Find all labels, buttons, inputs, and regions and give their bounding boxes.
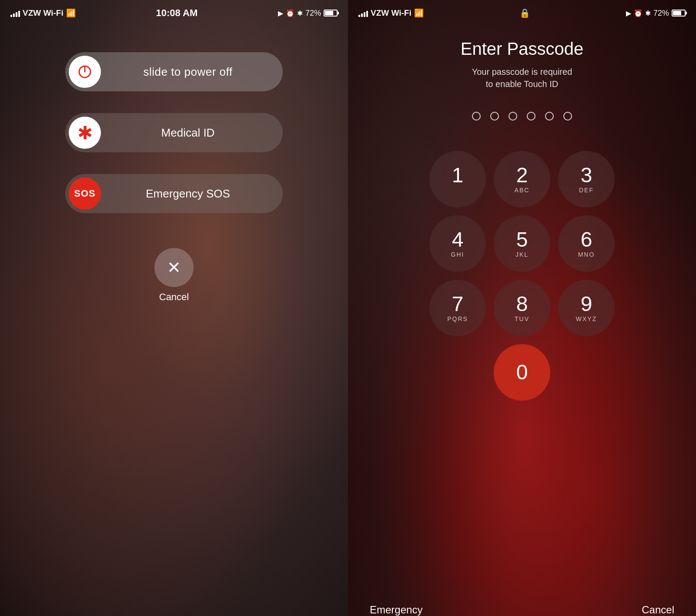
right-signal-bar-3 [364, 12, 365, 17]
right-signal-bar-2 [361, 13, 363, 17]
emergency-sos-button[interactable]: SOS Emergency SOS [65, 174, 283, 213]
signal-bar-2 [13, 13, 15, 17]
left-panel: VZW Wi-Fi 📶 10:08 AM ▶ ⏰ ✱ 72% [0, 0, 348, 616]
right-status-right: ▶ ⏰ ✱ 72% [626, 9, 686, 18]
passcode-dot-1 [472, 112, 481, 121]
signal-bar-3 [16, 12, 17, 17]
right-location-icon: ▶ [626, 9, 631, 17]
numpad-digit-8: 8 [516, 294, 528, 315]
right-signal-bars-icon [358, 9, 368, 17]
right-battery-fill [673, 11, 681, 15]
numpad-digit-1: 1 [452, 165, 464, 186]
numpad-digit-3: 3 [581, 165, 592, 186]
bluetooth-icon: ✱ [297, 9, 303, 17]
numpad-key-5[interactable]: 5 JKL [494, 215, 550, 272]
numpad-letters-6: MNO [578, 251, 595, 258]
battery-shape [324, 10, 338, 17]
numpad-key-3[interactable]: 3 DEF [558, 151, 615, 208]
location-icon: ▶ [278, 9, 283, 17]
signal-bar-4 [18, 11, 20, 17]
numpad-letters-9: WXYZ [576, 315, 597, 322]
right-battery-shape [672, 10, 686, 17]
sos-icon-circle: SOS [69, 177, 101, 210]
signal-bar-1 [10, 15, 12, 17]
power-icon [77, 64, 93, 80]
numpad-digit-9: 9 [581, 294, 592, 315]
right-alarm-icon: ⏰ [634, 9, 642, 17]
cancel-button[interactable]: ✕ [154, 248, 194, 287]
numpad-letters-2: ABC [515, 187, 530, 194]
numpad-letters-7: PQRS [447, 315, 468, 322]
numpad-letters-4: GHI [451, 251, 465, 258]
emergency-sos-label: Emergency SOS [101, 187, 279, 201]
numpad-key-1[interactable]: 1 [429, 151, 486, 208]
numpad-key-8[interactable]: 8 TUV [494, 280, 550, 336]
numpad-key-4[interactable]: 4 GHI [429, 215, 486, 272]
right-status-left: VZW Wi-Fi 📶 [358, 8, 424, 18]
battery-pct-left: 72% [305, 9, 321, 18]
numpad-key-0[interactable]: 0 [494, 344, 550, 401]
passcode-dot-6 [563, 112, 572, 121]
numpad-key-7[interactable]: 7 PQRS [429, 280, 486, 336]
right-bluetooth-icon: ✱ [645, 9, 651, 17]
left-cancel-label: Cancel [159, 291, 189, 303]
numpad: 1 2 ABC 3 DEF 4 GHI 5 JKL 6 MNO [429, 151, 615, 401]
passcode-dot-3 [509, 112, 517, 121]
left-time: 10:08 AM [156, 7, 197, 19]
numpad-digit-7: 7 [452, 294, 464, 315]
battery-pct-right: 72% [653, 9, 669, 18]
numpad-key-9[interactable]: 9 WXYZ [558, 280, 615, 336]
numpad-letters-1 [456, 187, 459, 194]
left-status-right: ▶ ⏰ ✱ 72% [278, 9, 338, 18]
numpad-digit-2: 2 [516, 165, 528, 186]
left-carrier-label: VZW Wi-Fi [23, 8, 64, 18]
numpad-digit-5: 5 [516, 229, 528, 250]
numpad-empty-left [429, 344, 486, 401]
passcode-subtitle: Your passcode is required to enable Touc… [472, 66, 572, 90]
lock-icon: 🔒 [519, 8, 530, 18]
medical-id-icon-circle: ✱ [69, 117, 101, 149]
right-wifi-icon: 📶 [414, 8, 424, 18]
numpad-digit-0: 0 [516, 362, 528, 383]
slide-to-power-off-label: slide to power off [101, 65, 279, 79]
right-panel: VZW Wi-Fi 📶 🔒 ▶ ⏰ ✱ 72% Enter Passcode Y… [348, 0, 696, 616]
right-signal-bar-1 [358, 15, 360, 17]
medical-id-button[interactable]: ✱ Medical ID [65, 113, 283, 152]
passcode-dot-5 [545, 112, 554, 121]
battery-icon-left [324, 10, 338, 17]
numpad-key-6[interactable]: 6 MNO [558, 215, 615, 272]
wifi-icon: 📶 [66, 8, 76, 18]
right-content: Enter Passcode Your passcode is required… [348, 26, 696, 586]
passcode-subtitle-line1: Your passcode is required [472, 67, 572, 77]
alarm-icon: ⏰ [286, 9, 294, 17]
right-carrier-label: VZW Wi-Fi [371, 8, 412, 18]
passcode-title: Enter Passcode [461, 39, 583, 59]
asterisk-icon: ✱ [77, 122, 93, 144]
numpad-letters-8: TUV [515, 315, 529, 322]
right-footer: Emergency Cancel [348, 586, 696, 616]
sos-badge-text: SOS [74, 188, 95, 199]
medical-id-label: Medical ID [101, 126, 279, 140]
close-icon: ✕ [167, 258, 181, 277]
cancel-container: ✕ Cancel [154, 248, 194, 303]
numpad-letters-3: DEF [579, 187, 594, 194]
battery-icon-right [672, 10, 686, 17]
right-cancel-button[interactable]: Cancel [642, 604, 674, 616]
signal-bars-icon [10, 9, 20, 17]
slide-to-power-off-button[interactable]: slide to power off [65, 52, 283, 91]
passcode-subtitle-line2: to enable Touch ID [486, 79, 558, 89]
right-status-bar: VZW Wi-Fi 📶 🔒 ▶ ⏰ ✱ 72% [348, 0, 696, 26]
right-lock-icon: 🔒 [519, 7, 530, 19]
right-signal-bar-4 [366, 11, 368, 17]
numpad-digit-6: 6 [581, 229, 592, 250]
numpad-key-2[interactable]: 2 ABC [494, 151, 550, 208]
numpad-digit-4: 4 [452, 229, 464, 250]
left-status-left: VZW Wi-Fi 📶 [10, 8, 76, 18]
left-status-bar: VZW Wi-Fi 📶 10:08 AM ▶ ⏰ ✱ 72% [0, 0, 348, 26]
left-content: slide to power off ✱ Medical ID SOS Emer… [0, 26, 348, 616]
right-emergency-button[interactable]: Emergency [370, 604, 422, 616]
passcode-dot-2 [490, 112, 499, 121]
battery-fill [325, 11, 333, 15]
power-icon-circle [69, 56, 101, 88]
passcode-dots [472, 112, 572, 121]
